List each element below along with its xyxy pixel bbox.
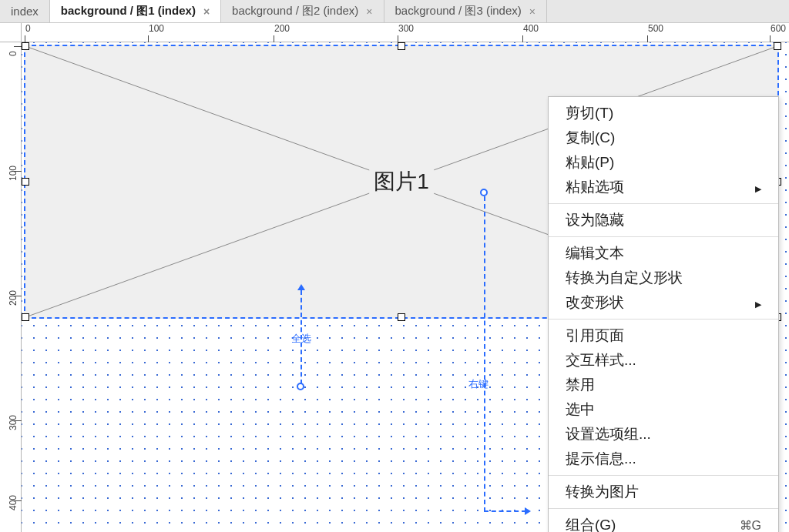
menu-disable[interactable]: 禁用 bbox=[549, 373, 778, 397]
menu-paste-options[interactable]: 粘贴选项 bbox=[549, 175, 778, 199]
menu-interaction-styles[interactable]: 交互样式... bbox=[549, 348, 778, 373]
menu-copy[interactable]: 复制(C) bbox=[549, 125, 778, 150]
tab-bg3[interactable]: background / 图3 (index)× bbox=[384, 0, 547, 22]
resize-handle[interactable] bbox=[398, 313, 405, 321]
ruler-horizontal: 0 100 200 300 400 500 600 bbox=[22, 23, 789, 42]
widget-label: 图片1 bbox=[369, 167, 434, 196]
close-icon[interactable]: × bbox=[366, 5, 372, 18]
resize-handle[interactable] bbox=[398, 42, 405, 50]
menu-cut[interactable]: 剪切(T) bbox=[549, 101, 778, 125]
resize-handle[interactable] bbox=[22, 313, 29, 321]
close-icon[interactable]: × bbox=[203, 5, 210, 18]
menu-separator bbox=[549, 475, 778, 476]
canvas[interactable]: 图片1 全选 右键 剪切(T) 复制(C) 粘贴(P) 粘贴选项 设为隐藏 编辑… bbox=[22, 42, 789, 532]
menu-edit-text[interactable]: 编辑文本 bbox=[549, 241, 778, 266]
menu-separator bbox=[549, 508, 778, 509]
menu-reference-page[interactable]: 引用页面 bbox=[549, 323, 778, 348]
menu-tooltip[interactable]: 提示信息... bbox=[549, 447, 778, 471]
resize-handle[interactable] bbox=[22, 42, 29, 50]
chevron-right-icon bbox=[755, 179, 761, 196]
tab-bg2[interactable]: background / 图2 (index)× bbox=[221, 0, 384, 22]
tab-index[interactable]: index bbox=[0, 0, 50, 22]
ruler-corner bbox=[0, 23, 22, 42]
resize-handle[interactable] bbox=[774, 42, 781, 50]
menu-convert-custom-shape[interactable]: 转换为自定义形状 bbox=[549, 266, 778, 290]
ruler-vertical: 0 100 200 300 400 bbox=[0, 42, 22, 532]
chevron-right-icon bbox=[755, 294, 761, 311]
menu-separator bbox=[549, 203, 778, 204]
resize-handle[interactable] bbox=[22, 178, 29, 186]
tab-bg1[interactable]: background / 图1 (index)× bbox=[50, 0, 221, 22]
menu-separator bbox=[549, 319, 778, 320]
close-icon[interactable]: × bbox=[529, 5, 536, 18]
menu-convert-to-image[interactable]: 转换为图片 bbox=[549, 480, 778, 504]
tab-bar: index background / 图1 (index)× backgroun… bbox=[0, 0, 789, 23]
menu-group[interactable]: 组合(G)⌘G bbox=[549, 513, 778, 532]
menu-separator bbox=[549, 236, 778, 237]
menu-change-shape[interactable]: 改变形状 bbox=[549, 290, 778, 315]
menu-set-option-group[interactable]: 设置选项组... bbox=[549, 422, 778, 447]
menu-paste[interactable]: 粘贴(P) bbox=[549, 150, 778, 175]
context-menu: 剪切(T) 复制(C) 粘贴(P) 粘贴选项 设为隐藏 编辑文本 转换为自定义形… bbox=[548, 96, 779, 532]
menu-selected[interactable]: 选中 bbox=[549, 397, 778, 422]
menu-set-hidden[interactable]: 设为隐藏 bbox=[549, 208, 778, 233]
